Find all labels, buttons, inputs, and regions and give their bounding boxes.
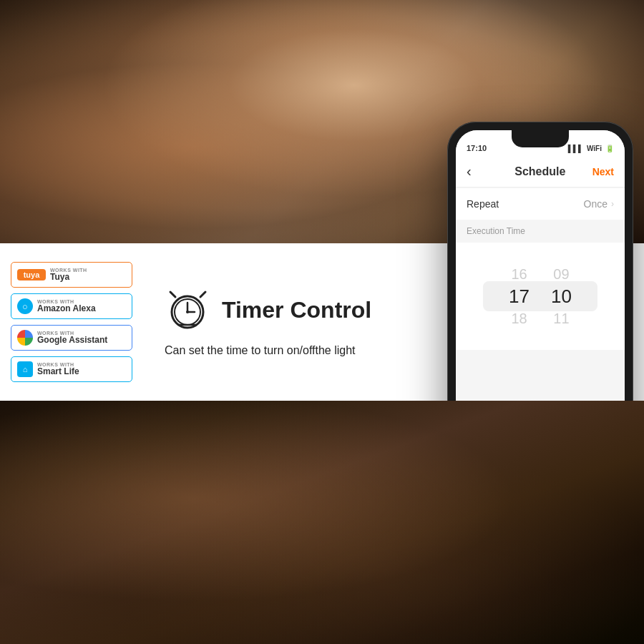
phone-notch [512, 130, 569, 147]
smartlife-icon: ⌂ [17, 361, 33, 377]
smartlife-text: WORKS WITH Smart Life [37, 362, 79, 377]
timer-header: Timer Control [165, 287, 371, 333]
picker-hour-prev: 16 [511, 267, 527, 281]
tuya-brand: Tuya [50, 273, 87, 282]
picker-minute-active: 10 [551, 287, 572, 306]
timer-description: Can set the time to turn on/offthe light [165, 344, 356, 357]
picker-hours-column[interactable]: 16 17 18 [509, 267, 530, 326]
google-text: WORKS WITH Google Assistant [37, 331, 107, 346]
picker-hour-active: 17 [509, 287, 530, 306]
phone-status-icons: ▌▌▌ WiFi 🔋 [568, 145, 614, 152]
middle-section: tuya WORKS WITH Tuya ○ WORKS WITH Amazon… [0, 243, 644, 401]
smartlife-brand: Smart Life [37, 367, 79, 376]
signal-icon: ▌▌▌ [568, 145, 583, 152]
battery-icon: 🔋 [605, 145, 614, 152]
alexa-badge: ○ WORKS WITH Amazon Alexa [11, 293, 132, 319]
bottom-hero-image [0, 401, 644, 644]
compatibility-badges: tuya WORKS WITH Tuya ○ WORKS WITH Amazon… [0, 243, 143, 401]
picker-hour-next: 18 [511, 311, 527, 326]
phone-nav-title: Schedule [488, 165, 592, 178]
google-icon [17, 330, 33, 346]
google-badge: WORKS WITH Google Assistant [11, 325, 132, 351]
picker-columns: 16 17 18 09 10 11 [509, 267, 572, 326]
svg-point-6 [186, 311, 189, 313]
phone-repeat-value: Once [584, 198, 608, 210]
smartlife-badge: ⌂ WORKS WITH Smart Life [11, 356, 132, 382]
phone-back-button[interactable]: ‹ [467, 163, 488, 180]
phone-nav-bar: ‹ Schedule Next [456, 156, 625, 187]
alexa-icon: ○ [17, 298, 33, 314]
phone-section-header: Execution Time [456, 220, 625, 243]
tuya-badge: tuya WORKS WITH Tuya [11, 262, 132, 288]
svg-line-0 [170, 292, 175, 297]
google-brand: Google Assistant [37, 336, 107, 345]
picker-minute-next: 11 [553, 311, 569, 326]
wifi-icon: WiFi [587, 145, 602, 152]
phone-repeat-chevron: › [611, 199, 614, 209]
tuya-text: WORKS WITH Tuya [50, 268, 87, 283]
phone-next-button[interactable]: Next [592, 166, 614, 177]
phone-time-picker[interactable]: 16 17 18 09 10 11 [456, 243, 625, 350]
phone-repeat-label: Repeat [467, 198, 584, 210]
timer-title: Timer Control [222, 297, 371, 323]
tuya-logo-icon: tuya [17, 269, 46, 280]
svg-line-1 [200, 292, 205, 297]
page-container: tuya WORKS WITH Tuya ○ WORKS WITH Amazon… [0, 0, 644, 644]
alexa-brand: Amazon Alexa [37, 304, 96, 313]
phone-execution-time-label: Execution Time [467, 226, 525, 236]
alexa-text: WORKS WITH Amazon Alexa [37, 299, 96, 314]
picker-minutes-column[interactable]: 09 10 11 [551, 267, 572, 326]
picker-minute-prev: 09 [553, 267, 569, 281]
phone-repeat-row[interactable]: Repeat Once › [456, 188, 625, 220]
alarm-clock-icon [165, 287, 211, 333]
